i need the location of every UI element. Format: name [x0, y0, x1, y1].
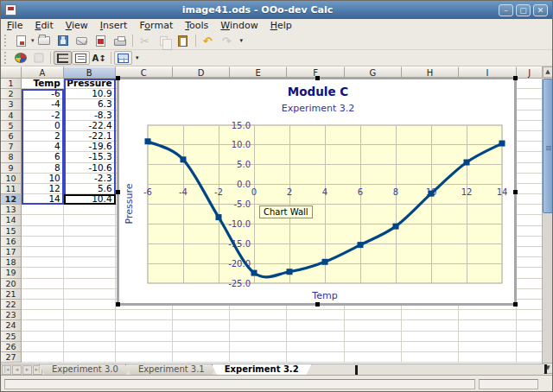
- close-button[interactable]: ✕: [533, 4, 548, 16]
- cell-B8[interactable]: -15.3: [64, 152, 116, 162]
- tab-splitter[interactable]: [355, 365, 358, 375]
- cell-I27[interactable]: [459, 352, 516, 363]
- cell-D24[interactable]: [173, 320, 230, 331]
- cell-J20[interactable]: [517, 279, 543, 289]
- cell-F26[interactable]: [287, 342, 344, 352]
- cell-J1[interactable]: [517, 79, 543, 89]
- cell-J18[interactable]: [517, 257, 543, 268]
- axes-grid-button[interactable]: [54, 51, 72, 65]
- cell-B2[interactable]: 10.9: [64, 89, 116, 99]
- cell-C26[interactable]: [116, 342, 173, 352]
- redo-button[interactable]: ↷: [218, 33, 237, 48]
- cell-B10[interactable]: -2.3: [64, 174, 116, 184]
- cell-A5[interactable]: 0: [22, 121, 64, 131]
- cell-B26[interactable]: [64, 342, 116, 352]
- cell-B13[interactable]: [64, 205, 116, 215]
- row-header-11[interactable]: 11: [1, 184, 22, 194]
- cell-F27[interactable]: [287, 352, 344, 363]
- pane-splitter[interactable]: [544, 364, 547, 374]
- cell-E27[interactable]: [230, 352, 287, 363]
- cell-B19[interactable]: [64, 268, 116, 278]
- cell-A12[interactable]: 14: [22, 194, 64, 205]
- cell-I25[interactable]: [459, 332, 516, 342]
- chart-data-table-button[interactable]: [29, 51, 48, 65]
- cell-B9[interactable]: -10.6: [64, 163, 116, 174]
- cell-J21[interactable]: [517, 289, 543, 300]
- cell-B22[interactable]: [64, 300, 116, 310]
- minimize-button[interactable]: –: [499, 4, 513, 16]
- cell-B25[interactable]: [64, 332, 116, 342]
- cell-H25[interactable]: [402, 332, 459, 342]
- menu-edit[interactable]: Edit: [29, 20, 59, 31]
- cell-C23[interactable]: [116, 310, 173, 320]
- chart-type-button[interactable]: [11, 51, 29, 65]
- row-header-13[interactable]: 13: [1, 205, 22, 215]
- cell-A17[interactable]: [22, 247, 64, 257]
- row-header-21[interactable]: 21: [1, 289, 22, 300]
- menu-view[interactable]: View: [60, 20, 94, 31]
- column-header-A[interactable]: A: [22, 66, 64, 79]
- row-header-26[interactable]: 26: [1, 342, 22, 352]
- resize-handle[interactable]: [315, 76, 320, 80]
- cell-J2[interactable]: [517, 89, 543, 99]
- resize-handle[interactable]: [116, 76, 120, 80]
- cell-A9[interactable]: 8: [22, 163, 64, 174]
- cell-A8[interactable]: 6: [22, 152, 64, 162]
- cell-J26[interactable]: [517, 342, 543, 352]
- cell-A16[interactable]: [22, 237, 64, 247]
- row-header-4[interactable]: 4: [1, 111, 22, 121]
- cell-J7[interactable]: [517, 142, 543, 152]
- cell-B21[interactable]: [64, 289, 116, 300]
- cell-F25[interactable]: [287, 332, 344, 342]
- cell-J8[interactable]: [517, 152, 543, 162]
- row-header-25[interactable]: 25: [1, 332, 22, 342]
- cell-J4[interactable]: [517, 111, 543, 121]
- cell-A10[interactable]: 10: [22, 174, 64, 184]
- cell-C25[interactable]: [116, 332, 173, 342]
- cell-J15[interactable]: [517, 226, 543, 237]
- cell-B16[interactable]: [64, 237, 116, 247]
- cell-G24[interactable]: [345, 320, 402, 331]
- row-header-15[interactable]: 15: [1, 226, 22, 237]
- cell-A25[interactable]: [22, 332, 64, 342]
- previous-sheet-button[interactable]: ◂: [12, 365, 22, 375]
- cell-B7[interactable]: -19.6: [64, 142, 116, 152]
- cell-B20[interactable]: [64, 279, 116, 289]
- cell-J22[interactable]: [517, 300, 543, 310]
- row-header-5[interactable]: 5: [1, 121, 22, 131]
- cell-H26[interactable]: [402, 342, 459, 352]
- automatic-layout-button[interactable]: [114, 51, 132, 65]
- document-as-email-button[interactable]: [73, 33, 92, 48]
- row-header-9[interactable]: 9: [1, 163, 22, 174]
- cell-J12[interactable]: [517, 194, 543, 205]
- cell-J10[interactable]: [517, 174, 543, 184]
- cell-J16[interactable]: [517, 237, 543, 247]
- cell-A2[interactable]: -6: [22, 89, 64, 99]
- cell-D26[interactable]: [173, 342, 230, 352]
- cell-B18[interactable]: [64, 257, 116, 268]
- cell-E25[interactable]: [230, 332, 287, 342]
- cell-A11[interactable]: 12: [22, 184, 64, 194]
- cell-B24[interactable]: [64, 320, 116, 331]
- row-header-3[interactable]: 3: [1, 99, 22, 110]
- cell-A21[interactable]: [22, 289, 64, 300]
- maximize-button[interactable]: ▢: [516, 4, 531, 16]
- vertical-scrollbar[interactable]: ▲ ▼: [542, 66, 552, 374]
- cell-J6[interactable]: [517, 131, 543, 142]
- row-header-7[interactable]: 7: [1, 142, 22, 152]
- cell-B11[interactable]: 5.6: [64, 184, 116, 194]
- cell-J25[interactable]: [517, 332, 543, 342]
- next-sheet-button[interactable]: ▸: [22, 365, 32, 375]
- title-bar[interactable]: image41.ods - OOo-dev Calc – ▢ ✕: [1, 1, 552, 19]
- cell-H27[interactable]: [402, 352, 459, 363]
- cell-A26[interactable]: [22, 342, 64, 352]
- cell-J14[interactable]: [517, 215, 543, 225]
- menu-format[interactable]: Format: [133, 20, 179, 31]
- cell-H23[interactable]: [402, 310, 459, 320]
- resize-handle[interactable]: [513, 190, 518, 194]
- select-all-corner[interactable]: [1, 66, 22, 79]
- cell-A19[interactable]: [22, 268, 64, 278]
- row-header-27[interactable]: 27: [1, 352, 22, 363]
- new-document-button[interactable]: [11, 33, 30, 48]
- cell-D25[interactable]: [173, 332, 230, 342]
